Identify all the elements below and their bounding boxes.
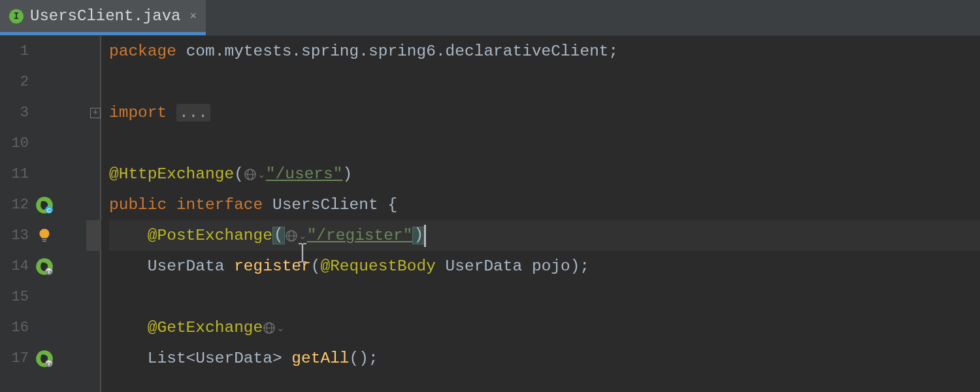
chevron-down-icon[interactable]: ⌄	[299, 230, 307, 242]
chevron-down-icon[interactable]: ⌄	[257, 169, 266, 180]
gutter-row[interactable]: 3 +	[0, 97, 100, 128]
gutter-row[interactable]: 13	[0, 220, 100, 251]
matched-paren: (	[272, 227, 285, 244]
gutter-row[interactable]: 1	[0, 36, 100, 67]
gutter-row[interactable]: 17	[0, 343, 100, 374]
caret-row-marker	[86, 220, 101, 251]
interface-icon: I	[9, 9, 24, 24]
code-line[interactable]: @GetExchange⌄	[109, 312, 980, 343]
line-number: 1	[5, 43, 29, 59]
line-number: 3	[5, 105, 29, 121]
code-line[interactable]	[109, 128, 980, 159]
chevron-down-icon[interactable]: ⌄	[276, 322, 285, 334]
code-area[interactable]: package com.mytests.spring.spring6.decla…	[101, 36, 980, 392]
matched-paren: )	[412, 227, 425, 244]
gutter-row[interactable]: 12 C	[0, 189, 100, 220]
gutter-row[interactable]: 14	[0, 251, 100, 282]
gutter-row[interactable]: 10	[0, 128, 100, 159]
gutter-row[interactable]: 15	[0, 282, 100, 312]
svg-text:C: C	[47, 206, 52, 213]
code-line[interactable]: List<UserData> getAll();	[109, 343, 980, 374]
gutter-row[interactable]: 16	[0, 312, 100, 343]
editor-pane: 1 2 3 + 10 11 12 C 13 14 15 16	[0, 36, 980, 392]
code-line[interactable]: UserData register(@RequestBody UserData …	[109, 251, 980, 282]
line-number: 13	[5, 227, 29, 244]
close-icon[interactable]: ×	[189, 9, 197, 23]
line-number: 11	[5, 166, 29, 182]
text-caret	[424, 225, 426, 247]
line-number: 15	[5, 289, 29, 305]
url-globe-icon[interactable]	[263, 321, 276, 335]
code-line[interactable]	[109, 67, 980, 97]
svg-rect-4	[42, 240, 46, 242]
svg-rect-3	[42, 238, 47, 240]
code-line[interactable]: public interface UsersClient {	[109, 189, 980, 220]
code-line[interactable]: import ...	[109, 97, 980, 128]
gutter: 1 2 3 + 10 11 12 C 13 14 15 16	[0, 36, 101, 392]
spring-bean-icon[interactable]	[35, 350, 54, 368]
line-number: 16	[5, 319, 29, 336]
code-line[interactable]: package com.mytests.spring.spring6.decla…	[109, 36, 980, 67]
spring-bean-icon[interactable]	[35, 257, 54, 276]
intention-bulb-icon[interactable]	[35, 227, 54, 245]
line-number: 17	[5, 350, 29, 367]
url-globe-icon[interactable]	[285, 229, 298, 242]
gutter-row[interactable]: 11	[0, 159, 100, 189]
code-line-active[interactable]: @PostExchange(⌄"/register")	[109, 220, 980, 251]
line-number: 12	[5, 197, 29, 213]
fold-expand-icon[interactable]: +	[90, 108, 101, 118]
spring-class-icon[interactable]: C	[35, 196, 54, 214]
gutter-row[interactable]: 2	[0, 67, 100, 97]
code-line[interactable]: @HttpExchange(⌄"/users")	[109, 159, 980, 189]
url-globe-icon[interactable]	[244, 168, 257, 181]
editor-tab-active[interactable]: I UsersClient.java ×	[0, 0, 206, 35]
line-number: 2	[5, 74, 29, 90]
tab-filename: UsersClient.java	[30, 7, 180, 25]
folded-region[interactable]: ...	[176, 104, 210, 122]
line-number: 14	[5, 258, 29, 274]
line-number: 10	[5, 135, 29, 152]
tab-bar: I UsersClient.java ×	[0, 0, 980, 36]
code-line[interactable]	[109, 282, 980, 312]
